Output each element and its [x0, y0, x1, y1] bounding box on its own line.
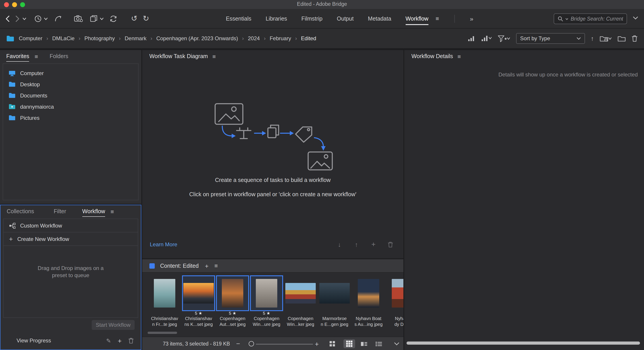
recent-dropdown-icon[interactable] [44, 17, 48, 20]
view-thumbnails-icon[interactable] [326, 339, 338, 348]
breadcrumb-item[interactable]: February [270, 35, 291, 41]
recent-files-icon[interactable] [34, 14, 42, 23]
minimize-window-button[interactable] [12, 2, 17, 7]
tab-filter[interactable]: Filter [54, 208, 66, 215]
view-list-icon[interactable] [373, 339, 384, 348]
traffic-lights [4, 2, 25, 7]
tab-filmstrip[interactable]: Filmstrip [302, 15, 322, 22]
duplicate-dropdown-icon[interactable] [100, 17, 104, 20]
content-add-icon[interactable]: + [205, 263, 208, 269]
details-menu-icon[interactable]: ≡ [458, 53, 461, 60]
tab-collections[interactable]: Collections [7, 208, 34, 215]
zoom-in-icon[interactable]: + [315, 340, 319, 348]
tab-workflow[interactable]: Workflow [406, 15, 428, 22]
zoom-slider-track[interactable] [256, 344, 313, 345]
move-task-up-icon[interactable]: ↑ [352, 241, 361, 249]
details-horizontal-scrollbar[interactable] [406, 342, 640, 345]
favorites-item-label: dannymaiorca [20, 103, 54, 110]
tab-essentials[interactable]: Essentials [226, 15, 251, 22]
nav-dropdown-icon[interactable] [22, 17, 26, 20]
workflow-preset-custom[interactable]: Custom Workflow [4, 219, 138, 232]
workflow-panel-menu-icon[interactable]: ≡ [110, 208, 114, 215]
content-thumbnail[interactable]: Nyhavndy Day i [386, 276, 404, 327]
breadcrumb-item[interactable]: Copenhagen (Apr. 2023 Onwards) [156, 35, 238, 41]
favorites-item-pictures[interactable]: Pictures [3, 112, 138, 123]
tab-output[interactable]: Output [337, 15, 354, 22]
edit-workflow-icon[interactable]: ✎ [106, 337, 111, 344]
favorites-item-user[interactable]: dannymaiorca [3, 101, 138, 112]
content-menu-icon[interactable]: ≡ [214, 262, 218, 269]
undo-icon[interactable]: ↺ [131, 15, 138, 22]
favorites-item-documents[interactable]: Documents [3, 90, 138, 101]
thumbnail-strip: Christianshavn Fr...te jpeg 5 ★ Christia… [142, 273, 404, 337]
forward-icon[interactable] [15, 15, 20, 22]
delete-icon[interactable] [632, 35, 638, 42]
sort-by-select[interactable]: Sort by Type [516, 33, 585, 44]
zoom-slider-knob[interactable] [249, 341, 254, 347]
content-thumbnail[interactable]: Marmorbroen E...gen jpeg [318, 276, 352, 327]
bridge-search-input[interactable]: Bridge Search: Current . [554, 13, 627, 24]
tab-favorites[interactable]: Favorites [6, 53, 29, 59]
diagram-menu-icon[interactable]: ≡ [212, 53, 216, 60]
tab-libraries[interactable]: Libraries [266, 15, 287, 22]
content-thumbnail-selected[interactable]: 5 ★ Christianshavns K...set jpeg [182, 276, 216, 327]
toolbar-chevron-down-icon[interactable] [633, 16, 638, 20]
view-grid-icon[interactable] [344, 339, 355, 348]
workspace-menu-icon[interactable]: ≡ [436, 15, 439, 22]
flow-arrow [222, 126, 232, 136]
boomerang-icon[interactable] [54, 14, 62, 22]
search-scope-dropdown-icon[interactable] [565, 18, 568, 20]
horizontal-scrollbar[interactable] [148, 332, 177, 334]
create-new-workflow-button[interactable]: + Create New Workflow [4, 232, 138, 246]
view-progress-button[interactable]: View Progress [16, 338, 51, 344]
view-details-icon[interactable] [358, 339, 370, 348]
workflow-panel: Collections Filter Workflow ≡ Custom Wor… [0, 205, 141, 350]
breadcrumb-item[interactable]: Denmark [125, 35, 146, 41]
delete-task-icon[interactable] [386, 241, 395, 249]
workspace-overflow-icon[interactable]: » [470, 15, 474, 22]
start-workflow-button[interactable]: Start Workflow [92, 320, 134, 330]
photo-thumbnail [154, 279, 175, 308]
plus-icon: + [9, 236, 13, 242]
new-folder-dropdown-icon[interactable] [600, 35, 612, 42]
breadcrumb-item[interactable]: 2024 [248, 35, 260, 41]
content-title: Content: Edited [160, 263, 198, 269]
drop-hint-text: Drag and Drop images on a preset to queu… [33, 265, 109, 279]
filter-by-label-icon[interactable] [481, 35, 492, 41]
filter-by-rating-icon[interactable] [468, 35, 476, 41]
content-thumbnail[interactable]: CopenhagenWin...ker jpeg [284, 276, 318, 327]
favorites-item-computer[interactable]: Computer [3, 67, 138, 79]
import-from-camera-icon[interactable] [74, 15, 83, 22]
breadcrumb-item[interactable]: DMLaCie [52, 35, 74, 41]
view-options-chevron-icon[interactable] [391, 339, 402, 348]
content-thumbnail-selected[interactable]: 5 ★ CopenhagenAut...set jpeg [216, 276, 250, 327]
delete-workflow-icon[interactable] [128, 338, 134, 344]
content-thumbnail[interactable]: Christianshavn Fr...te jpeg [148, 276, 182, 327]
favorites-item-desktop[interactable]: Desktop [3, 79, 138, 90]
move-task-down-icon[interactable]: ↓ [335, 241, 344, 249]
rating-label: 5 ★ [229, 311, 236, 316]
content-thumbnail-selected[interactable]: 5 ★ CopenhagenWin...ure jpeg [250, 276, 284, 327]
breadcrumb-item[interactable]: Photography [84, 35, 115, 41]
add-workflow-icon[interactable]: + [118, 337, 122, 344]
zoom-out-icon[interactable]: − [236, 340, 240, 347]
favorites-menu-icon[interactable]: ≡ [35, 53, 38, 60]
breadcrumb-item[interactable]: Computer [19, 35, 42, 41]
left-column: Favorites ≡ Folders Computer Desktop [0, 50, 141, 350]
learn-more-link[interactable]: Learn More [150, 241, 177, 248]
tab-metadata[interactable]: Metadata [368, 15, 391, 22]
new-folder-icon[interactable] [618, 35, 626, 42]
content-thumbnail[interactable]: Nyhavn Boats Au...ing jpeg [352, 276, 386, 327]
back-icon[interactable] [5, 15, 10, 22]
refresh-icon[interactable] [109, 14, 118, 22]
zoom-window-button[interactable] [20, 2, 25, 7]
close-window-button[interactable] [4, 2, 9, 7]
breadcrumb-item-current[interactable]: Edited [301, 35, 316, 41]
duplicate-icon[interactable] [90, 15, 98, 22]
sort-ascending-icon[interactable]: ↑ [591, 35, 594, 42]
tab-workflow-panel[interactable]: Workflow [82, 208, 105, 215]
tab-folders[interactable]: Folders [50, 53, 68, 59]
filter-funnel-icon[interactable] [498, 35, 510, 42]
add-task-icon[interactable]: + [369, 241, 378, 249]
redo-icon[interactable]: ↻ [143, 15, 149, 22]
